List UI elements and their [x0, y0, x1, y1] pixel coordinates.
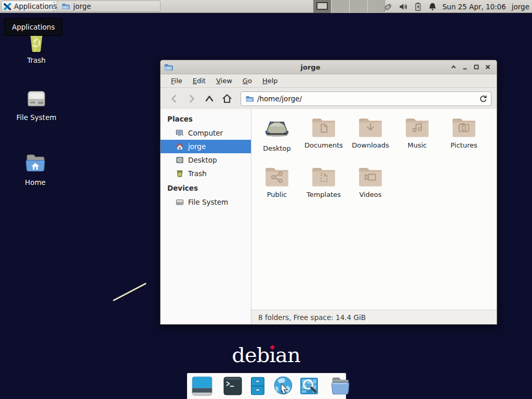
window-title: jorge: [173, 63, 448, 71]
app-finder-icon[interactable]: [299, 375, 320, 397]
system-tray: Sun 25 Apr, 10:06 jorge: [383, 0, 530, 13]
applications-menu-button[interactable]: Applications: [1, 1, 61, 12]
home-button[interactable]: [219, 91, 235, 107]
file-item-music[interactable]: Music: [394, 114, 441, 164]
debian-logo-pre: deb: [232, 343, 269, 367]
desktop-icon-home[interactable]: Home: [9, 152, 61, 187]
file-item-desktop[interactable]: Desktop: [254, 114, 300, 164]
sidebar-item-label: jorge: [188, 142, 206, 151]
path-text[interactable]: /home/jorge/: [257, 95, 475, 103]
menubar: File Edit View Go Help: [161, 74, 497, 88]
file-item-label: Downloads: [352, 141, 389, 149]
file-manager-window: jorge File Edit View Go Help: [160, 60, 497, 325]
sidebar-item-label: Computer: [188, 129, 223, 137]
menu-help[interactable]: Help: [257, 74, 283, 87]
top-panel: Applications jorge: [0, 0, 532, 13]
videos-folder-icon: [357, 165, 383, 188]
taskbar-window-button[interactable]: jorge: [57, 1, 161, 12]
panel-clock[interactable]: Sun 25 Apr, 10:06: [443, 3, 506, 11]
window-folder-icon: [164, 63, 173, 71]
sidebar-item-file-system[interactable]: File System: [161, 195, 251, 209]
sidebar-header-places: Places: [161, 111, 251, 126]
show-desktop-icon[interactable]: [191, 375, 213, 397]
sidebar-header-devices: Devices: [161, 180, 251, 195]
file-cabinet-icon[interactable]: [248, 375, 268, 397]
home-icon: [176, 142, 184, 151]
downloads-folder-icon: [357, 115, 383, 138]
menu-edit[interactable]: Edit: [188, 74, 211, 87]
up-button[interactable]: [201, 91, 218, 107]
file-item-documents[interactable]: Documents: [300, 114, 347, 164]
file-item-label: Documents: [304, 141, 343, 149]
computer-icon: [176, 129, 184, 137]
drive-icon: [24, 87, 49, 111]
battery-icon[interactable]: [414, 2, 422, 11]
panel-username[interactable]: jorge: [512, 3, 529, 11]
applications-tooltip: Applications: [4, 18, 62, 36]
sidebar-item-desktop[interactable]: Desktop: [161, 153, 251, 167]
public-folder-icon: [264, 165, 290, 188]
file-item-label: Pictures: [450, 141, 477, 149]
debian-logo-post: an: [275, 343, 300, 367]
back-button[interactable]: [166, 91, 182, 107]
folder-view[interactable]: Desktop Docume: [251, 109, 497, 310]
file-item-label: Videos: [359, 191, 381, 198]
file-item-public[interactable]: Public: [254, 164, 300, 213]
location-bar[interactable]: /home/jorge/: [241, 91, 491, 106]
drive-icon: [176, 198, 184, 206]
file-manager-icon[interactable]: [329, 375, 351, 397]
menu-view[interactable]: View: [211, 74, 237, 87]
workspace-3[interactable]: [350, 0, 368, 13]
home-folder-icon: [23, 152, 48, 176]
terminal-icon[interactable]: [222, 375, 243, 397]
desktop-icon-label: Home: [25, 178, 46, 187]
desktop-icon-label: Trash: [27, 56, 46, 64]
shade-button[interactable]: [448, 61, 459, 74]
file-item-templates[interactable]: Templates: [300, 164, 347, 213]
window-titlebar[interactable]: jorge: [161, 60, 497, 74]
desktop-icon-label: File System: [16, 113, 56, 122]
notifications-bell-icon[interactable]: [428, 2, 437, 11]
file-item-pictures[interactable]: Pictures: [441, 114, 487, 164]
debian-wallpaper-logo: debıan: [232, 344, 300, 366]
pictures-folder-icon: [451, 115, 477, 138]
trash-icon: [176, 169, 184, 178]
desktop-icon: [176, 156, 184, 164]
folder-icon: [61, 3, 70, 10]
menu-file[interactable]: File: [166, 74, 188, 87]
network-plug-icon[interactable]: [383, 2, 393, 11]
statusbar: 8 folders, Free space: 14.4 GiB: [251, 310, 497, 324]
close-button[interactable]: [482, 61, 494, 74]
file-item-downloads[interactable]: Downloads: [347, 114, 394, 164]
menu-go[interactable]: Go: [237, 74, 257, 87]
file-item-label: Public: [267, 191, 287, 198]
path-folder-icon: [245, 95, 254, 102]
applications-menu-label: Applications: [14, 2, 57, 10]
debian-logo-i: ı: [269, 344, 275, 366]
web-browser-icon[interactable]: [272, 375, 294, 397]
volume-icon[interactable]: [398, 2, 408, 11]
sidebar-item-trash[interactable]: Trash: [161, 167, 251, 180]
sidebar-item-label: Desktop: [188, 156, 217, 164]
window-body: Places Computer: [161, 109, 497, 324]
workspace-window-thumb: [316, 2, 328, 10]
minimize-button[interactable]: [459, 61, 471, 74]
forward-button[interactable]: [183, 91, 200, 107]
sidebar-item-jorge[interactable]: jorge: [161, 140, 251, 153]
templates-folder-icon: [311, 165, 337, 188]
maximize-button[interactable]: [471, 61, 482, 74]
file-item-label: Desktop: [263, 144, 291, 152]
music-folder-icon: [404, 115, 430, 138]
workspace-2[interactable]: [331, 0, 350, 13]
workspace-1[interactable]: [313, 0, 331, 13]
dock: [187, 373, 346, 399]
toolbar: /home/jorge/: [161, 88, 497, 109]
folder-view-pane: Desktop Docume: [251, 109, 497, 324]
desktop-folder-icon: [263, 115, 290, 141]
reload-icon[interactable]: [479, 95, 487, 102]
file-item-videos[interactable]: Videos: [347, 164, 394, 213]
sidebar-item-computer[interactable]: Computer: [161, 126, 251, 140]
side-pane: Places Computer: [161, 109, 251, 324]
desktop-icon-file-system[interactable]: File System: [10, 87, 62, 122]
panel-separator-handle: [53, 2, 55, 11]
